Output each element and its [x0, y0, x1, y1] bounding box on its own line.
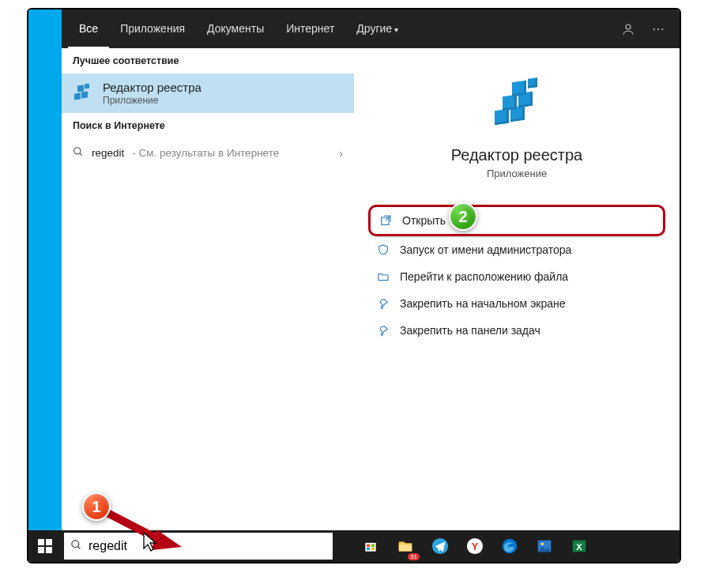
svg-rect-6 [365, 543, 375, 552]
tab-internet[interactable]: Интернет [275, 9, 345, 48]
action-label: Закрепить на панели задач [400, 324, 540, 337]
best-match-title: Редактор реестра [103, 81, 201, 94]
more-options-icon[interactable]: ⋯ [643, 9, 673, 48]
web-search-term: regedit [92, 147, 124, 159]
best-match-item[interactable]: Редактор реестра Приложение [62, 74, 354, 113]
cursor-icon [142, 531, 158, 552]
taskbar-excel-icon[interactable]: X [562, 530, 597, 562]
svg-rect-9 [367, 548, 370, 550]
svg-text:X: X [576, 542, 582, 552]
taskbar-store-icon[interactable] [353, 530, 388, 562]
search-panel: Все Приложения Документы Интернет Другие… [27, 8, 681, 564]
open-icon [378, 213, 393, 228]
start-button[interactable] [28, 530, 62, 562]
svg-line-2 [80, 153, 82, 156]
taskbar-photos-icon[interactable] [527, 530, 562, 562]
details-title: Редактор реестра [451, 146, 582, 164]
annotation-badge-2: 2 [449, 202, 477, 231]
svg-point-17 [540, 542, 544, 545]
svg-text:Y: Y [472, 541, 479, 552]
pin-icon [376, 296, 390, 311]
windows-icon [38, 539, 52, 553]
details-right-column: Редактор реестра Приложение Открыть Запу… [354, 48, 680, 530]
svg-point-0 [626, 24, 631, 29]
svg-point-4 [72, 541, 79, 548]
chevron-right-icon: › [339, 147, 343, 160]
best-match-text: Редактор реестра Приложение [103, 81, 201, 106]
tab-apps[interactable]: Приложения [109, 9, 196, 48]
pin-icon [376, 323, 390, 337]
action-label: Запуск от имени администратора [400, 243, 571, 256]
svg-rect-8 [371, 545, 375, 547]
regedit-large-icon [488, 75, 545, 132]
action-label: Закрепить на начальном экране [400, 297, 566, 310]
action-label: Открыть [402, 214, 446, 227]
taskbar-explorer-icon[interactable]: 31 [388, 530, 423, 562]
action-open[interactable]: Открыть [368, 205, 665, 236]
regedit-icon [71, 82, 93, 104]
svg-line-5 [77, 546, 80, 548]
search-icon [73, 146, 84, 160]
action-pin-taskbar[interactable]: Закрепить на панели задач [368, 317, 665, 344]
account-icon[interactable] [613, 9, 643, 48]
details-subtitle: Приложение [487, 168, 547, 179]
search-header: Все Приложения Документы Интернет Другие… [62, 9, 680, 48]
taskbar-telegram-icon[interactable] [423, 530, 458, 562]
svg-rect-10 [371, 548, 375, 550]
svg-rect-7 [367, 545, 370, 547]
best-match-subtitle: Приложение [103, 95, 201, 106]
folder-icon [376, 270, 390, 284]
svg-point-1 [74, 148, 81, 154]
action-pin-start[interactable]: Закрепить на начальном экране [368, 290, 665, 317]
internet-search-header: Поиск в Интернете [62, 113, 354, 138]
search-icon [70, 539, 82, 553]
best-match-header: Лучшее соответствие [62, 48, 354, 74]
web-search-item[interactable]: regedit - См. результаты в Интернете › [62, 138, 354, 168]
results-left-column: Лучшее соответствие Редактор реестра При… [62, 48, 354, 530]
action-run-admin[interactable]: Запуск от имени администратора [368, 236, 665, 263]
taskbar-yandex-icon[interactable]: Y [458, 530, 492, 562]
web-search-suffix: - См. результаты в Интернете [132, 147, 279, 159]
action-label: Перейти к расположению файла [400, 270, 568, 283]
annotation-badge-1: 1 [82, 492, 111, 521]
notification-badge: 31 [408, 553, 420, 560]
tab-documents[interactable]: Документы [196, 9, 275, 48]
taskbar-edge-icon[interactable] [492, 530, 527, 562]
tab-all[interactable]: Все [68, 9, 109, 48]
taskbar-tray: 31 Y X [353, 530, 597, 562]
actions-list: Открыть Запуск от имени администратора П… [354, 179, 680, 344]
svg-rect-11 [399, 545, 412, 551]
shield-icon [376, 243, 390, 257]
action-file-location[interactable]: Перейти к расположению файла [368, 263, 665, 290]
tab-more[interactable]: Другие [345, 9, 409, 48]
accent-bar [28, 9, 62, 533]
